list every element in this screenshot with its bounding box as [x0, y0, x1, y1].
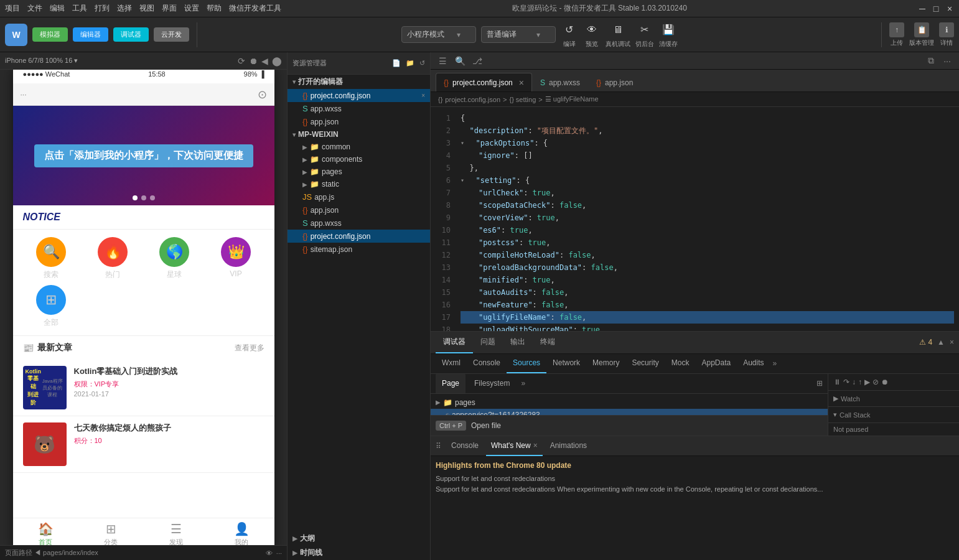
- clear-cache-icon[interactable]: 💾: [660, 21, 677, 39]
- article-item-1[interactable]: Kotlin 零基础到进阶 Java程序员必备的课程 Kotlin零基础入门到进…: [13, 360, 274, 416]
- sidebar-toggle-icon[interactable]: ☰: [436, 54, 449, 68]
- editor-button[interactable]: 编辑器: [73, 27, 108, 42]
- open-file-project-config[interactable]: {} project.config.json ×: [288, 89, 430, 102]
- fold-3[interactable]: ▾: [461, 137, 464, 149]
- cloud-button[interactable]: 云开发: [154, 27, 189, 42]
- eye-icon[interactable]: 👁: [266, 549, 273, 557]
- snapshot-icon[interactable]: ⬤: [272, 56, 282, 66]
- tab-project-config[interactable]: {} project.config.json ×: [436, 73, 532, 91]
- collapse-icon[interactable]: ▲: [937, 338, 945, 347]
- icon-hot[interactable]: 🔥 热门: [85, 237, 141, 280]
- breadcrumb-file[interactable]: project.config.json: [445, 96, 500, 103]
- code-editor[interactable]: { "description": "项目配置文件。", ▾ "packOptio…: [456, 107, 959, 331]
- details-btn[interactable]: ℹ 详情: [939, 22, 954, 47]
- icon-planet[interactable]: 🌎 星球: [146, 237, 203, 280]
- nav-profile[interactable]: 👤 我的: [209, 518, 274, 545]
- window-controls[interactable]: ─ □ ×: [918, 4, 954, 13]
- step-over-icon[interactable]: ↷: [843, 378, 849, 386]
- subtab-sources[interactable]: Sources: [507, 353, 546, 373]
- back-button[interactable]: ···: [21, 90, 27, 99]
- record-icon[interactable]: ⏺: [249, 56, 258, 66]
- debug-tree-appservice[interactable]: ⎋ appservice?t=1614326283...: [431, 409, 828, 415]
- sources-more-icon[interactable]: »: [518, 379, 528, 388]
- file-appwxss[interactable]: S app.wxss: [288, 217, 430, 230]
- close-file-1[interactable]: ×: [421, 92, 425, 99]
- menu-goto[interactable]: 打到: [95, 3, 110, 14]
- version-btn[interactable]: 📋 版本管理: [909, 22, 934, 47]
- menu-help[interactable]: 帮助: [207, 3, 222, 14]
- subtab-security[interactable]: Security: [625, 353, 665, 373]
- compile-dropdown[interactable]: 普通编译 ▾: [481, 26, 556, 43]
- refresh-icon[interactable]: ↺: [419, 59, 425, 67]
- breadcrumb-setting[interactable]: {} setting: [509, 96, 536, 103]
- rewind-icon[interactable]: ◀: [261, 56, 268, 66]
- search-icon[interactable]: 🔍: [453, 54, 467, 68]
- icon-all[interactable]: ⊞ 全部: [23, 285, 80, 328]
- debugger-button[interactable]: 调试器: [113, 27, 149, 42]
- console-tab-animations[interactable]: Animations: [545, 436, 592, 456]
- timeline-header[interactable]: ▶ 时间线: [288, 546, 430, 560]
- preview-icon[interactable]: 👁: [583, 21, 601, 39]
- menu-select[interactable]: 选择: [117, 3, 132, 14]
- menu-file[interactable]: 文件: [27, 3, 42, 14]
- callstack-section-header[interactable]: ▾ Call Stack: [828, 407, 959, 423]
- menu-project[interactable]: 项目: [5, 3, 20, 14]
- file-appjson[interactable]: {} app.json: [288, 203, 430, 217]
- compile-icon[interactable]: ↺: [561, 21, 578, 39]
- rotate-icon[interactable]: ⟳: [238, 56, 245, 66]
- menu-dots[interactable]: ⊙: [258, 88, 267, 101]
- disable-icon[interactable]: ⏺: [881, 378, 889, 386]
- folder-pages[interactable]: ▶ 📁 pages: [288, 166, 430, 178]
- menu-wechat[interactable]: 微信开发者工具: [229, 3, 281, 14]
- more-icon[interactable]: ···: [276, 549, 282, 557]
- step-out-icon[interactable]: ↑: [858, 378, 862, 386]
- console-tab-whatsnew[interactable]: What's New ×: [486, 436, 543, 456]
- sources-filesystem-tab[interactable]: Filesystem: [468, 374, 516, 394]
- subtab-appdata[interactable]: AppData: [695, 353, 737, 373]
- menu-bar[interactable]: 项目 文件 编辑 工具 打到 选择 视图 界面 设置 帮助 微信开发者工具: [5, 3, 281, 14]
- menu-edit[interactable]: 编辑: [50, 3, 65, 14]
- nav-home[interactable]: 🏠 首页: [13, 518, 78, 545]
- mode-dropdown[interactable]: 小程序模式 ▾: [401, 26, 476, 43]
- nav-discover[interactable]: ☰ 发现: [144, 518, 209, 545]
- icon-vip[interactable]: 👑 VIP: [208, 237, 264, 280]
- nav-category[interactable]: ⊞ 分类: [78, 518, 144, 545]
- new-file-icon[interactable]: 📄: [392, 59, 401, 67]
- file-appjs[interactable]: JS app.js: [288, 190, 430, 203]
- minimize-button[interactable]: ─: [918, 4, 927, 13]
- open-file-appjson[interactable]: {} app.json: [288, 115, 430, 128]
- close-debugger-icon[interactable]: ×: [950, 338, 954, 347]
- more-tabs[interactable]: »: [770, 359, 780, 368]
- menu-view[interactable]: 视图: [139, 3, 154, 14]
- outline-header[interactable]: ▶ 大纲: [288, 531, 430, 546]
- subtab-memory[interactable]: Memory: [586, 353, 625, 373]
- subtab-network[interactable]: Network: [546, 353, 586, 373]
- step-into-icon[interactable]: ↓: [852, 378, 856, 386]
- sources-sync-icon[interactable]: ⊞: [816, 379, 823, 388]
- file-sitemap[interactable]: {} sitemap.json: [288, 243, 430, 256]
- tab-appwxss[interactable]: S app.wxss: [532, 73, 588, 91]
- debug-tree-pages-folder[interactable]: ▶ 📁 pages: [431, 396, 828, 409]
- tab-debugger[interactable]: 调试器: [436, 332, 473, 354]
- whatsnew-close[interactable]: ×: [533, 441, 538, 450]
- subtab-mock[interactable]: Mock: [665, 353, 696, 373]
- menu-tool[interactable]: 工具: [72, 3, 87, 14]
- section-more[interactable]: 查看更多: [235, 343, 264, 353]
- real-debug-icon[interactable]: 🖥: [609, 21, 627, 39]
- icon-search[interactable]: 🔍 搜索: [23, 237, 80, 280]
- tab-output[interactable]: 输出: [503, 332, 533, 354]
- breadcrumb-prop[interactable]: ☰ uglifyFileName: [545, 95, 599, 103]
- fold-6[interactable]: ▾: [461, 174, 464, 187]
- background-icon[interactable]: ✂: [636, 21, 653, 39]
- simulator-button[interactable]: 模拟器: [32, 27, 68, 42]
- pause-icon[interactable]: ⏸: [833, 378, 841, 386]
- watch-section-header[interactable]: ▶ Watch: [828, 391, 959, 407]
- sources-page-tab[interactable]: Page: [436, 374, 465, 394]
- tab-issues[interactable]: 问题: [473, 332, 503, 354]
- article-item-2[interactable]: 🐻 七天教你搞定烦人的熊孩子 积分：10: [13, 416, 274, 473]
- upload-btn[interactable]: ↑ 上传: [889, 22, 904, 47]
- folder-components[interactable]: ▶ 📁 components: [288, 153, 430, 166]
- subtab-audits[interactable]: Audits: [737, 353, 770, 373]
- open-editors-header[interactable]: ▾ 打开的编辑器: [288, 75, 430, 89]
- more-editor-icon[interactable]: ···: [940, 54, 954, 68]
